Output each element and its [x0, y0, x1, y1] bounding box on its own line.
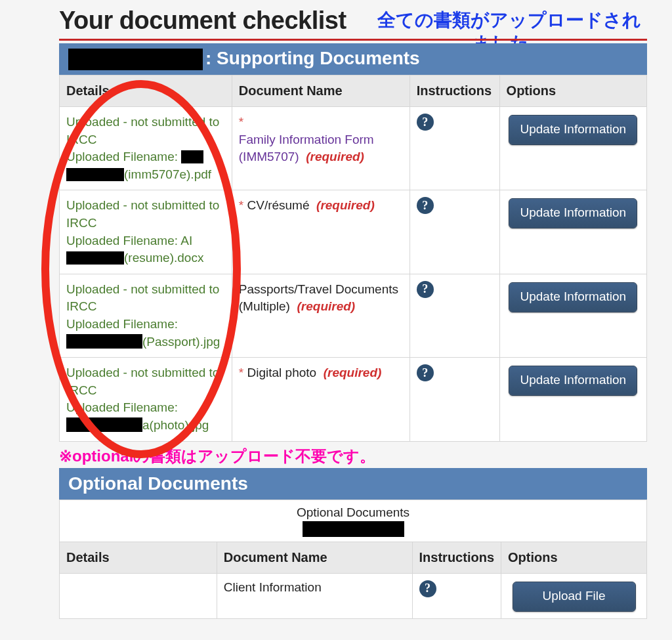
section-header-optional: Optional Documents: [59, 468, 647, 500]
table-row: Uploaded - not submitted to IRCC Uploade…: [60, 274, 647, 357]
redacted-filename: [66, 168, 124, 181]
details-cell: [60, 573, 217, 618]
redacted-applicant: [303, 521, 404, 537]
table-row: Client Information ? Upload File: [60, 573, 647, 618]
help-icon[interactable]: ?: [417, 364, 434, 381]
filename-label: Uploaded Filename:: [66, 317, 178, 331]
options-cell: Update Information: [499, 190, 646, 274]
filename-label: Uploaded Filename:: [66, 150, 178, 163]
doc-name: Digital photo: [247, 366, 316, 379]
redacted-filename: [66, 251, 124, 265]
instructions-cell: ?: [412, 573, 501, 618]
details-cell: Uploaded - not submitted to IRCC Uploade…: [60, 107, 232, 190]
supporting-documents-table: Details Document Name Instructions Optio…: [59, 75, 647, 442]
required-tag: (required): [306, 150, 364, 163]
help-icon[interactable]: ?: [417, 114, 434, 131]
table-row: Uploaded - not submitted to IRCC Uploade…: [60, 107, 647, 190]
col-instructions: Instructions: [410, 75, 499, 107]
doc-name-cell: * Digital photo (required): [232, 358, 410, 441]
col-instructions: Instructions: [412, 542, 501, 573]
filename-suffix: (imm5707e).pdf: [124, 167, 211, 181]
col-doc-name: Document Name: [232, 75, 410, 107]
doc-name-cell: * CV/résumé (required): [232, 190, 410, 274]
page-title-row: Your document checklist: [59, 7, 647, 41]
required-asterisk: *: [239, 115, 243, 129]
help-icon[interactable]: ?: [417, 197, 434, 214]
optional-caption-row: Optional Documents: [60, 500, 647, 542]
options-cell: Upload File: [501, 573, 647, 618]
options-cell: Update Information: [499, 358, 646, 441]
update-information-button[interactable]: Update Information: [509, 282, 637, 312]
filename-suffix: a(photo).jpg: [142, 418, 209, 432]
upload-status: Uploaded - not submitted to IRCC: [66, 198, 219, 230]
options-cell: Update Information: [499, 274, 646, 357]
doc-name-cell: Client Information: [217, 573, 412, 618]
instructions-cell: ?: [410, 358, 499, 441]
col-options: Options: [499, 75, 646, 107]
filename-suffix: (resume).docx: [124, 251, 203, 265]
redacted-filename: [66, 334, 142, 349]
help-icon[interactable]: ?: [419, 580, 436, 597]
table-row: Uploaded - not submitted to IRCC Uploade…: [60, 190, 647, 274]
options-cell: Update Information: [499, 107, 646, 190]
details-cell: Uploaded - not submitted to IRCC Uploade…: [60, 274, 232, 357]
required-asterisk: *: [239, 198, 243, 212]
details-cell: Uploaded - not submitted to IRCC Uploade…: [60, 190, 232, 274]
page-title: Your document checklist: [59, 7, 647, 35]
col-doc-name: Document Name: [217, 542, 412, 573]
required-tag: (required): [297, 299, 355, 313]
instructions-cell: ?: [410, 274, 499, 357]
filename-label: Uploaded Filename:: [66, 400, 178, 414]
optional-caption: Optional Documents: [297, 505, 410, 519]
upload-status: Uploaded - not submitted to IRCC: [66, 366, 219, 397]
help-icon[interactable]: ?: [417, 281, 434, 298]
instructions-cell: ?: [410, 107, 499, 190]
required-tag: (required): [316, 198, 375, 212]
col-options: Options: [501, 542, 647, 573]
doc-name: CV/résumé: [247, 198, 309, 212]
section-title-optional: Optional Documents: [68, 473, 248, 494]
filename-suffix: (Passport).jpg: [142, 335, 220, 349]
upload-file-button[interactable]: Upload File: [513, 582, 636, 612]
doc-name-cell: * Family Information Form (IMM5707) (req…: [232, 107, 410, 190]
col-details: Details: [60, 542, 217, 573]
upload-status: Uploaded - not submitted to IRCC: [66, 115, 219, 146]
update-information-button[interactable]: Update Information: [509, 198, 637, 228]
required-asterisk: *: [239, 366, 243, 379]
section-header-supporting: : Supporting Documents: [59, 43, 647, 75]
instructions-cell: ?: [410, 190, 499, 274]
upload-status: Uploaded - not submitted to IRCC: [66, 282, 219, 314]
required-tag: (required): [324, 366, 382, 379]
optional-not-needed-note: ※optionalの書類はアップロード不要です。: [59, 446, 647, 467]
section-title-supporting: : Supporting Documents: [205, 48, 420, 68]
details-cell: Uploaded - not submitted to IRCC Uploade…: [60, 358, 232, 441]
update-information-button[interactable]: Update Information: [509, 366, 637, 396]
redacted-filename: [66, 417, 142, 432]
col-details: Details: [60, 75, 232, 107]
table-row: Uploaded - not submitted to IRCC Uploade…: [60, 358, 647, 441]
redacted-filename: [181, 150, 203, 163]
optional-documents-table: Optional Documents Details Document Name…: [59, 500, 647, 619]
redacted-applicant: [68, 49, 203, 70]
update-information-button[interactable]: Update Information: [509, 115, 637, 145]
filename-label: Uploaded Filename: AI: [66, 234, 192, 247]
doc-name-cell: Passports/Travel Documents (Multiple) (r…: [232, 274, 410, 357]
